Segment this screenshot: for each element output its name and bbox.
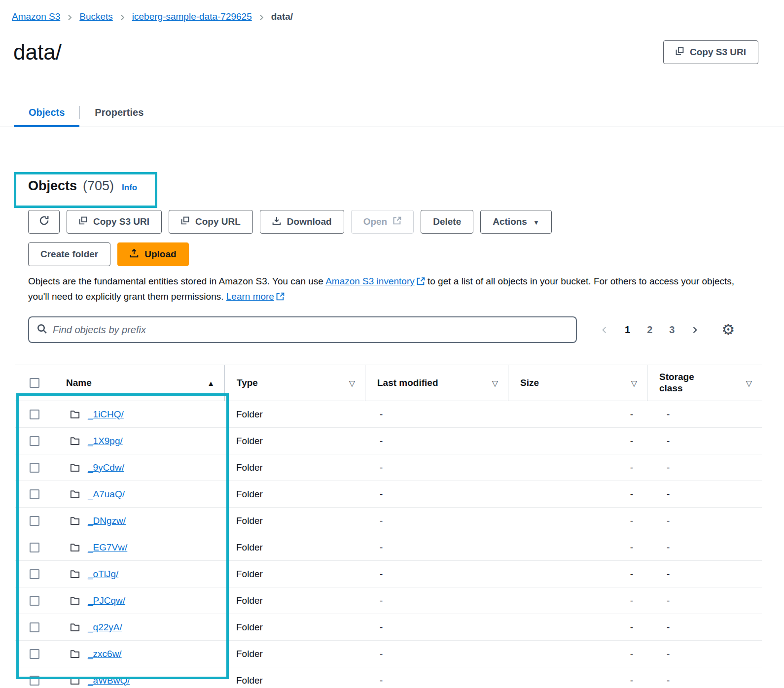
table-header-row: Name ▲ Type ▽ Last modified ▽ Size ▽ Sto… [15,365,762,401]
refresh-button[interactable] [28,210,60,234]
filter-icon[interactable]: ▽ [349,378,355,388]
object-name-link[interactable]: _9yCdw/ [88,462,124,473]
folder-icon [70,516,80,525]
delete-button-label: Delete [433,216,461,227]
object-type: Folder [224,649,365,659]
row-checkbox[interactable] [30,436,39,446]
row-checkbox[interactable] [30,410,39,419]
tab-properties-label: Properties [95,107,143,118]
find-objects-input[interactable] [53,324,568,336]
breadcrumb-buckets[interactable]: Buckets [79,11,113,22]
column-header-size[interactable]: Size ▽ [508,365,647,401]
row-checkbox-cell [15,596,54,606]
object-size: - [508,436,647,447]
pagination-page-2[interactable]: 2 [647,324,652,336]
object-name-link[interactable]: _aWBwQ/ [88,675,130,686]
column-header-storage-class[interactable]: Storage class ▽ [647,365,762,401]
objects-count: (705) [83,178,114,194]
preferences-gear-icon[interactable]: ⚙ [721,322,735,337]
object-name-link[interactable]: _oTlJg/ [88,569,118,580]
row-checkbox[interactable] [30,596,39,606]
breadcrumb-bucket-name[interactable]: iceberg-sample-data-729625 [132,11,252,22]
object-name-link[interactable]: _q22yA/ [88,622,122,633]
column-header-last-modified[interactable]: Last modified ▽ [365,365,508,401]
object-type: Folder [224,489,365,500]
filter-icon[interactable]: ▽ [492,378,498,388]
object-type: Folder [224,462,365,473]
description-text-1: Objects are the fundamental entities sto… [28,276,323,286]
row-checkbox[interactable] [30,543,39,552]
object-last-modified: - [365,569,508,580]
amazon-s3-inventory-link[interactable]: Amazon S3 inventory [325,276,415,286]
object-storage-class: - [647,516,762,526]
object-storage-class: - [647,489,762,500]
object-name-cell: _A7uaQ/ [54,489,224,500]
copy-s3-uri-button[interactable]: Copy S3 URI [67,210,162,234]
objects-panel: Objects (705) Info Copy S3 URI Copy URL [15,178,762,688]
open-button[interactable]: Open [351,210,414,234]
objects-heading: Objects (705) Info [28,178,762,197]
column-label-last-modified: Last modified [377,378,438,389]
pagination-next-button[interactable] [691,326,699,334]
copy-s3-uri-button-label: Copy S3 URI [93,216,149,227]
filter-icon[interactable]: ▽ [746,378,752,388]
search-icon [37,324,47,336]
object-name-link[interactable]: _1X9pg/ [88,436,123,447]
tab-objects[interactable]: Objects [14,99,79,127]
row-checkbox[interactable] [30,489,39,499]
folder-icon [70,650,80,658]
column-header-name[interactable]: Name ▲ [54,365,224,401]
object-name-link[interactable]: _PJCqw/ [88,595,125,606]
object-storage-class: - [647,649,762,659]
download-button[interactable]: Download [260,210,344,234]
row-checkbox[interactable] [30,622,39,632]
objects-toolbar-row-2: Create folder Upload [28,242,762,266]
folder-icon [70,437,80,446]
object-name-link[interactable]: _EG7Vw/ [88,542,127,553]
column-header-type[interactable]: Type ▽ [224,365,365,401]
row-checkbox[interactable] [30,516,39,526]
delete-button[interactable]: Delete [421,210,473,234]
actions-button[interactable]: Actions ▼ [480,210,552,234]
object-type: Folder [224,595,365,606]
table-row: _aWBwQ/ Folder - - - [15,667,762,688]
pagination-page-1[interactable]: 1 [625,324,630,336]
object-name-cell: _1X9pg/ [54,436,224,447]
filter-icon[interactable]: ▽ [631,378,637,388]
row-checkbox[interactable] [30,569,39,579]
info-link[interactable]: Info [122,183,137,193]
object-type: Folder [224,542,365,553]
object-name-link[interactable]: _DNgzw/ [88,516,126,526]
select-all-checkbox[interactable] [30,378,39,388]
objects-toolbar-row-1: Copy S3 URI Copy URL Download Open Delet… [28,210,762,234]
create-folder-button[interactable]: Create folder [28,242,110,266]
row-checkbox-cell [15,569,54,579]
row-checkbox[interactable] [30,676,39,686]
upload-icon [130,249,139,260]
sort-ascending-icon[interactable]: ▲ [207,379,214,387]
upload-button[interactable]: Upload [117,242,188,266]
table-row: _zxc6w/ Folder - - - [15,641,762,667]
row-checkbox[interactable] [30,463,39,473]
external-link-icon [417,275,425,289]
object-name-link[interactable]: _A7uaQ/ [88,489,125,500]
object-storage-class: - [647,595,762,606]
copy-url-button-label: Copy URL [195,216,241,227]
row-checkbox[interactable] [30,649,39,659]
tab-properties[interactable]: Properties [80,99,158,127]
breadcrumb-amazon-s3[interactable]: Amazon S3 [12,11,60,22]
object-last-modified: - [365,489,508,500]
pagination-page-3[interactable]: 3 [669,324,675,336]
copy-s3-uri-header-button[interactable]: Copy S3 URI [663,40,758,64]
learn-more-link[interactable]: Learn more [226,291,274,302]
search-and-pagination-row: 1 2 3 ⚙ [28,316,762,343]
copy-url-button[interactable]: Copy URL [169,210,253,234]
folder-icon [70,596,80,605]
object-name-link[interactable]: _zxc6w/ [88,649,122,659]
actions-button-label: Actions [493,216,527,227]
pagination-previous-button[interactable] [601,326,608,334]
object-name-link[interactable]: _1iCHQ/ [88,409,124,420]
object-storage-class: - [647,436,762,447]
object-storage-class: - [647,409,762,420]
page-header: data/ Copy S3 URI [13,36,758,68]
